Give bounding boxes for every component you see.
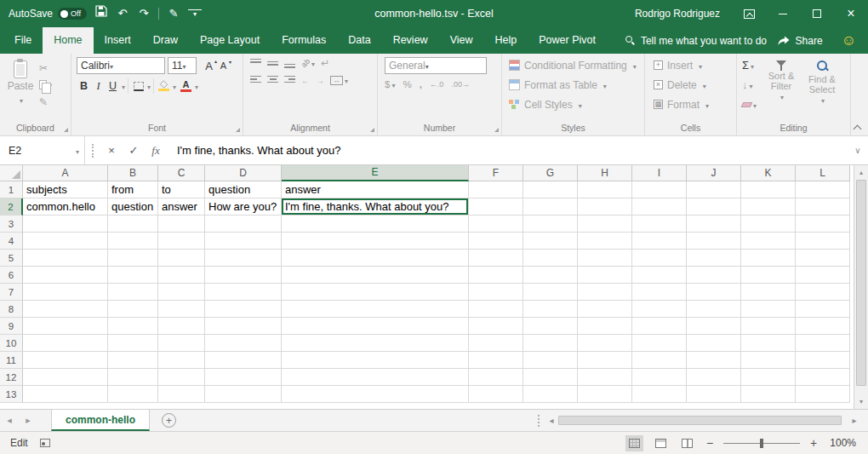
cell-G1[interactable]: [523, 181, 578, 198]
cell-L4[interactable]: [796, 233, 850, 250]
row-header-3[interactable]: 3: [0, 216, 23, 233]
cell-K2[interactable]: [741, 198, 796, 216]
maximize-button[interactable]: [800, 0, 834, 27]
wrap-text-icon[interactable]: ↵: [321, 57, 329, 69]
cell-I5[interactable]: [632, 250, 687, 267]
cell-C12[interactable]: [158, 369, 205, 386]
clear-dropdown-icon[interactable]: [751, 98, 757, 111]
increase-indent-icon[interactable]: →: [316, 76, 324, 85]
increase-decimal-icon[interactable]: ←.0: [430, 80, 444, 89]
conditional-formatting-button[interactable]: Conditional Formatting: [509, 57, 637, 73]
undo-icon[interactable]: ↶: [116, 0, 129, 27]
cell-L10[interactable]: [796, 335, 850, 352]
tab-page-layout[interactable]: Page Layout: [189, 27, 271, 54]
clear-button[interactable]: [742, 96, 757, 112]
italic-button[interactable]: I: [91, 78, 106, 95]
cell-G12[interactable]: [523, 369, 578, 386]
row-header-10[interactable]: 10: [0, 335, 23, 352]
normal-view-button[interactable]: [625, 435, 643, 451]
cell-B13[interactable]: [108, 386, 158, 403]
row-header-12[interactable]: 12: [0, 369, 23, 386]
align-right-icon[interactable]: [284, 76, 295, 85]
cell-C4[interactable]: [158, 233, 205, 250]
cell-D12[interactable]: [205, 369, 282, 386]
cell-I13[interactable]: [632, 386, 687, 403]
font-size-dropdown-icon[interactable]: [182, 60, 186, 72]
cell-L8[interactable]: [796, 301, 850, 318]
name-box-dropdown-icon[interactable]: [74, 145, 79, 157]
borders-button[interactable]: [131, 78, 146, 95]
alignment-dialog-launcher-icon[interactable]: [370, 128, 374, 132]
autosave-control[interactable]: AutoSave Off: [9, 8, 87, 20]
column-header-H[interactable]: H: [578, 165, 632, 181]
cell-D11[interactable]: [205, 352, 282, 369]
cell-G3[interactable]: [523, 216, 578, 233]
tab-review[interactable]: Review: [382, 27, 439, 54]
row-header-2[interactable]: 2: [0, 198, 23, 216]
cell-G2[interactable]: [523, 198, 578, 216]
cell-I3[interactable]: [632, 216, 687, 233]
cell-J3[interactable]: [687, 216, 741, 233]
format-cells-button[interactable]: ▦ Format: [654, 96, 728, 112]
formula-bar-grip[interactable]: [92, 144, 94, 158]
column-header-A[interactable]: A: [23, 165, 108, 181]
minimize-button[interactable]: [766, 0, 800, 27]
cell-G9[interactable]: [523, 318, 578, 335]
sheet-nav-left-icon[interactable]: ◂: [0, 410, 19, 431]
cell-J12[interactable]: [687, 369, 741, 386]
cell-A11[interactable]: [23, 352, 108, 369]
cell-H7[interactable]: [578, 284, 632, 301]
cell-L12[interactable]: [796, 369, 850, 386]
close-button[interactable]: ×: [834, 0, 868, 27]
cell-K3[interactable]: [741, 216, 796, 233]
cell-H12[interactable]: [578, 369, 632, 386]
decrease-decimal-icon[interactable]: .00→: [451, 80, 470, 89]
ribbon-display-options-icon[interactable]: [732, 0, 766, 27]
cell-C13[interactable]: [158, 386, 205, 403]
column-header-G[interactable]: G: [523, 165, 578, 181]
tab-view[interactable]: View: [439, 27, 484, 54]
bold-button[interactable]: B: [77, 78, 91, 95]
cell-I10[interactable]: [632, 335, 687, 352]
cell-F6[interactable]: [469, 267, 523, 284]
cell-L9[interactable]: [796, 318, 850, 335]
cell-C8[interactable]: [158, 301, 205, 318]
cell-L1[interactable]: [796, 181, 850, 198]
number-format-combo[interactable]: General: [385, 57, 487, 74]
currency-dropdown-icon[interactable]: [390, 79, 395, 89]
borders-dropdown-icon[interactable]: [146, 80, 151, 92]
share-button[interactable]: Share: [778, 27, 823, 54]
cell-A13[interactable]: [23, 386, 108, 403]
feedback-smiley-icon[interactable]: ☺: [842, 27, 856, 54]
fill-color-dropdown-icon[interactable]: [171, 80, 176, 92]
cell-D6[interactable]: [205, 267, 282, 284]
cell-D7[interactable]: [205, 284, 282, 301]
column-header-B[interactable]: B: [108, 165, 158, 181]
cell-F2[interactable]: [469, 198, 523, 216]
vertical-scrollbar-track[interactable]: [854, 180, 868, 394]
select-all-corner[interactable]: [0, 165, 23, 181]
cell-K10[interactable]: [741, 335, 796, 352]
cell-A1[interactable]: subjects: [23, 181, 108, 198]
macro-record-icon[interactable]: [40, 439, 50, 447]
cell-C10[interactable]: [158, 335, 205, 352]
cell-J13[interactable]: [687, 386, 741, 403]
cell-F10[interactable]: [469, 335, 523, 352]
cell-E2[interactable]: I'm fine, thanks. What about you?: [282, 198, 469, 216]
touch-mode-icon[interactable]: ✎: [167, 0, 180, 27]
cell-I12[interactable]: [632, 369, 687, 386]
cell-J8[interactable]: [687, 301, 741, 318]
column-header-D[interactable]: D: [205, 165, 282, 181]
cell-K8[interactable]: [741, 301, 796, 318]
cell-E8[interactable]: [282, 301, 469, 318]
row-header-6[interactable]: 6: [0, 267, 23, 284]
increase-font-size-icon[interactable]: A: [202, 57, 216, 74]
tab-data[interactable]: Data: [337, 27, 381, 54]
decrease-font-size-icon[interactable]: A: [216, 57, 231, 74]
cell-A3[interactable]: [23, 216, 108, 233]
cut-icon[interactable]: ✂: [39, 61, 52, 74]
cell-C9[interactable]: [158, 318, 205, 335]
zoom-slider[interactable]: [723, 439, 800, 448]
align-middle-icon[interactable]: [267, 59, 278, 68]
vertical-scrollbar-thumb[interactable]: [856, 180, 866, 386]
